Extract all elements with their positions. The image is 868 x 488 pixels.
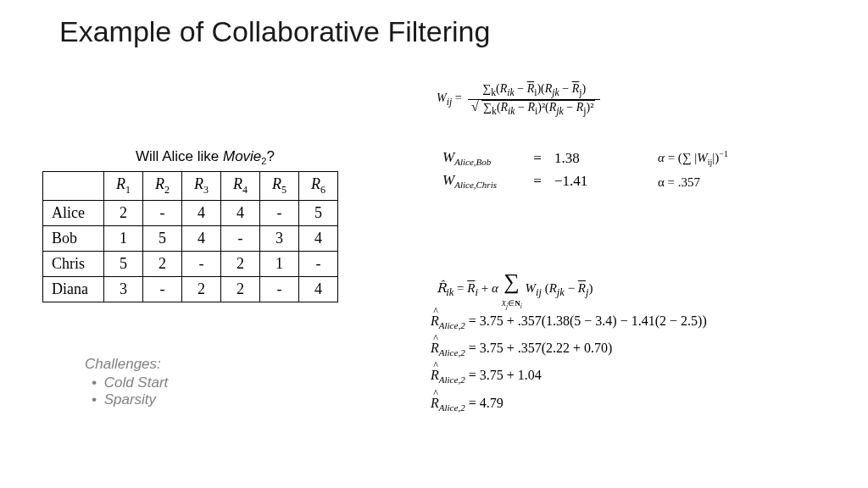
cell: - [259,276,298,302]
rhat-sub: Alice,2 [439,402,465,413]
challenges-block: Challenges: Cold Start Sparsity [85,356,168,408]
cell: 1 [259,251,298,276]
challenges-list: Cold Start Sparsity [92,374,168,408]
cell: 4 [220,200,259,225]
cell: 1 [103,225,142,251]
header-blank [43,172,104,201]
cell: - [298,251,337,276]
row-name: Bob [43,225,104,251]
calc-rhs: = 3.75 + 1.04 [469,368,542,382]
question-suffix: ? [266,148,274,164]
rhat-sub: Alice,2 [439,347,465,358]
row-name: Chris [43,251,104,276]
slide-title: Example of Collaborative Filtering [59,15,490,48]
cell: - [220,225,259,251]
cell: 5 [103,251,142,276]
cell: - [181,251,220,276]
challenge-item: Cold Start [92,374,168,391]
cell: 4 [298,276,337,302]
table-header-row: R1 R2 R3 R4 R5 R6 [43,172,338,201]
cell: 2 [142,251,181,276]
calc-rhs: = 3.75 + .357(1.38(5 − 3.4) − 1.41(2 − 2… [469,313,707,328]
header-r3: R3 [181,172,220,201]
table-row: Bob 1 5 4 - 3 4 [43,225,338,251]
w-sub: Alice,Bob [454,157,491,167]
cell: 2 [103,200,142,225]
w-value: 1.38 [548,150,580,167]
calc-line: RAlice,2 = 3.75 + .357(2.22 + 0.70) [431,341,707,358]
ratings-table: R1 R2 R3 R4 R5 R6 Alice 2 - 4 4 - 5 Bob … [42,171,338,302]
alpha-block: α = (∑ |Wij|)−1 α = .357 [658,149,728,198]
cell: 3 [259,225,298,251]
w-sub: Alice,Chris [454,180,497,191]
cell: 4 [181,200,220,225]
header-r6: R6 [298,172,337,201]
calc-rhs: = 3.75 + .357(2.22 + 0.70) [469,341,613,355]
cell: - [142,200,181,225]
cell: - [142,276,181,302]
rhat-symbol: R [431,396,439,411]
header-r4: R4 [220,172,259,201]
table-row: Diana 3 - 2 2 - 4 [43,276,338,302]
cell: - [259,200,298,225]
w-symbol: W [442,172,454,188]
row-name: Diana [43,276,104,302]
question-text: Will Alice like Movie2? [136,148,275,166]
challenges-header: Challenges: [85,356,168,373]
slide: Example of Collaborative Filtering Will … [0,0,868,488]
calculation-steps: RAlice,2 = 3.75 + .357(1.38(5 − 3.4) − 1… [431,313,707,423]
weight-values: WAlice,Bob = 1.38 WAlice,Chris = −1.41 [442,149,587,196]
rhat-sub: Alice,2 [439,320,465,330]
rhat-formula: R̂ik = Ri + α ∑ Xj∈Ni Wij (Rjk − Rj) [437,269,593,310]
w-value: −1.41 [548,173,587,190]
calc-line: RAlice,2 = 3.75 + .357(1.38(5 − 3.4) − 1… [431,313,707,330]
calc-line: RAlice,2 = 4.79 [431,396,707,413]
rhat-symbol: R [431,368,439,383]
weight-alice-chris: WAlice,Chris = −1.41 [442,172,587,190]
cell: 4 [298,225,337,251]
weight-formula: Wij = ∑k(Rik − Ri)(Rjk − Rj) ∑k(Rik − Ri… [437,83,600,117]
alpha-formula: α = (∑ |Wij|)−1 [658,149,728,167]
cell: 2 [220,276,259,302]
question-prefix: Will Alice like [136,148,223,164]
cell: 2 [220,251,259,276]
cell: 2 [181,276,220,302]
table-row: Chris 5 2 - 2 1 - [43,251,338,276]
cell: 4 [181,225,220,251]
rhat-symbol: R [431,313,439,329]
question-movie: Movie [223,148,261,164]
cell: 3 [103,276,142,302]
rhat-sub: Alice,2 [439,375,465,385]
row-name: Alice [43,200,104,225]
cell: 5 [298,200,337,225]
alpha-value: α = .357 [658,175,728,190]
header-r1: R1 [103,172,142,201]
w-symbol: W [442,149,454,165]
challenge-item: Sparsity [92,391,168,408]
header-r2: R2 [142,172,181,201]
rhat-symbol: R [431,341,439,356]
weight-alice-bob: WAlice,Bob = 1.38 [442,149,587,167]
calc-rhs: = 4.79 [469,396,504,410]
calc-line: RAlice,2 = 3.75 + 1.04 [431,368,707,385]
header-r5: R5 [259,172,298,201]
cell: 5 [142,225,181,251]
table-row: Alice 2 - 4 4 - 5 [43,200,338,225]
